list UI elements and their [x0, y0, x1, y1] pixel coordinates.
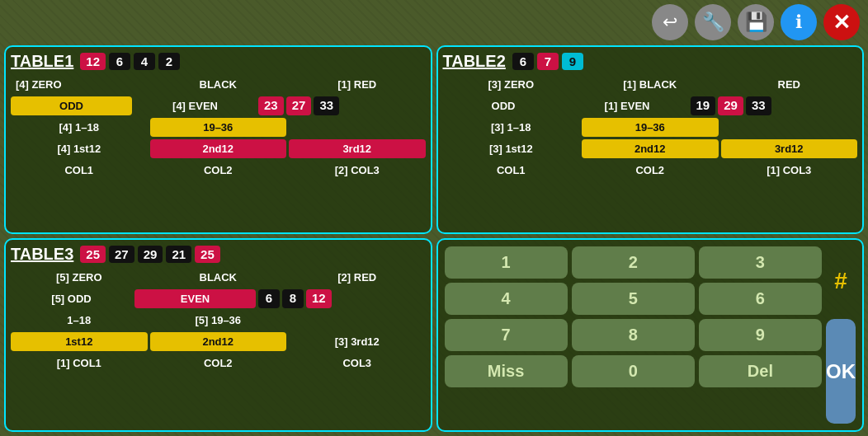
t3-r0-left: [5] ZERO: [11, 268, 148, 287]
t1-r3-right: 3rd12: [289, 139, 426, 158]
toolbar: ↩ 🔧 💾 ℹ ✕: [652, 4, 860, 40]
table3-row-3: 1st12 2nd12 [3] 3rd12: [11, 332, 426, 351]
table3-title: TABLE3: [11, 245, 73, 264]
numpad-8[interactable]: 8: [572, 319, 695, 351]
numpad-0[interactable]: 0: [572, 355, 695, 387]
table1-row-1: ODD [4] EVEN 23 27 33: [11, 96, 426, 115]
numpad-ok[interactable]: OK: [826, 319, 856, 424]
t2-r2-mid: 19–36: [582, 118, 719, 137]
t1-r2-mid: 19–36: [150, 118, 287, 137]
table3-row-2: 1–18 [5] 19–36: [11, 311, 426, 330]
t2-r2-right: [721, 118, 858, 137]
numpad-2[interactable]: 2: [572, 246, 695, 279]
table3-badge-4: 25: [195, 246, 220, 263]
table2-badge-1: 7: [537, 53, 559, 70]
t3-r2-mid: [5] 19–36: [150, 311, 287, 330]
t2-r1-left: ODD: [443, 96, 564, 115]
table2-row-2: [3] 1–18 19–36: [443, 118, 858, 137]
close-button[interactable]: ✕: [823, 4, 860, 40]
t1-r2-left: [4] 1–18: [11, 118, 148, 137]
t3-num-12: 12: [306, 289, 332, 308]
table3-panel: TABLE3 25 27 29 21 25 [5] ZERO BLACK [2]…: [4, 238, 432, 432]
t1-r3-left: [4] 1st12: [11, 139, 148, 158]
t3-r2-left: 1–18: [11, 311, 148, 330]
t3-r0-mid: BLACK: [150, 268, 287, 287]
t2-r3-left: [3] 1st12: [443, 139, 580, 158]
table3-badge-1: 27: [109, 246, 134, 263]
table3-row-1: [5] ODD EVEN 6 8 12: [11, 289, 426, 308]
main-grid: TABLE1 12 6 4 2 [4] ZERO BLACK [1] RED O…: [4, 45, 864, 432]
t1-num-23: 23: [258, 96, 284, 115]
t2-num-19: 19: [691, 96, 716, 115]
back-button[interactable]: ↩: [652, 4, 688, 40]
t3-r3-right: [3] 3rd12: [289, 332, 426, 351]
table1-badge-2: 4: [134, 53, 155, 70]
numpad-1[interactable]: 1: [445, 246, 568, 279]
table1-title: TABLE1: [11, 52, 73, 71]
t1-r0-mid: BLACK: [150, 75, 287, 94]
numpad-9[interactable]: 9: [699, 319, 822, 351]
table2-badge-0: 6: [512, 53, 534, 70]
table2-row-1: ODD [1] EVEN 19 29 33: [443, 96, 858, 115]
t2-r0-mid: [1] BLACK: [582, 75, 719, 94]
t1-r4-right: [2] COL3: [289, 161, 426, 180]
numpad-hash: #: [826, 246, 856, 315]
numpad-3[interactable]: 3: [699, 246, 822, 279]
table2-row-0: [3] ZERO [1] BLACK RED: [443, 75, 858, 94]
table1-badge-0: 12: [80, 53, 106, 70]
table2-row-4: COL1 COL2 [1] COL3: [443, 161, 858, 180]
t2-r4-right: [1] COL3: [721, 161, 858, 180]
t2-r0-left: [3] ZERO: [443, 75, 580, 94]
t3-r3-left: 1st12: [11, 332, 148, 351]
wrench-button[interactable]: 🔧: [695, 4, 731, 40]
t2-r3-right: 3rd12: [721, 139, 858, 158]
t1-r2-right: [289, 118, 426, 137]
table3-row-0: [5] ZERO BLACK [2] RED: [11, 268, 426, 287]
t3-num-8: 8: [282, 289, 304, 308]
t3-r4-left: [1] COL1: [11, 354, 148, 373]
t2-r3-mid: 2nd12: [582, 139, 719, 158]
t3-num-6: 6: [258, 289, 280, 308]
t1-r3-mid: 2nd12: [150, 139, 287, 158]
t3-r4-right: COL3: [289, 354, 426, 373]
table2-title: TABLE2: [443, 52, 506, 71]
t3-r3-mid: 2nd12: [150, 332, 287, 351]
numpad-miss[interactable]: Miss: [445, 355, 568, 387]
numpad-panel: 1 2 3 # 4 5 6 7 8 9 OK Miss 0 Del: [436, 238, 865, 432]
numpad-5[interactable]: 5: [572, 283, 695, 315]
table1-badge-3: 2: [158, 53, 180, 70]
table3-badge-0: 25: [80, 246, 106, 263]
t1-num-33: 33: [314, 96, 339, 115]
t1-r1-left: ODD: [11, 96, 132, 115]
table1-badge-1: 6: [109, 53, 130, 70]
table3-badge-3: 21: [166, 246, 191, 263]
t2-r4-left: COL1: [443, 161, 580, 180]
table3-badge-2: 29: [138, 246, 163, 263]
t2-r4-mid: COL2: [582, 161, 719, 180]
numpad-4[interactable]: 4: [445, 283, 568, 315]
t1-r0-left: [4] ZERO: [11, 75, 148, 94]
t2-num-29: 29: [718, 96, 743, 115]
t1-num-27: 27: [286, 96, 312, 115]
t1-r4-mid: COL2: [150, 161, 287, 180]
table1-row-0: [4] ZERO BLACK [1] RED: [11, 75, 426, 94]
t2-r0-right: RED: [721, 75, 858, 94]
t2-r2-left: [3] 1–18: [443, 118, 580, 137]
t2-num-33: 33: [746, 96, 771, 115]
numpad-6[interactable]: 6: [699, 283, 822, 315]
table1-row-4: COL1 COL2 [2] COL3: [11, 161, 426, 180]
table2-row-3: [3] 1st12 2nd12 3rd12: [443, 139, 858, 158]
t1-r1-mid: [4] EVEN: [134, 96, 256, 115]
table3-header: TABLE3 25 27 29 21 25: [11, 245, 426, 264]
table2-panel: TABLE2 6 7 9 [3] ZERO [1] BLACK RED ODD …: [436, 45, 865, 234]
info-button[interactable]: ℹ: [781, 4, 817, 40]
table3-row-4: [1] COL1 COL2 COL3: [11, 354, 426, 373]
table1-row-3: [4] 1st12 2nd12 3rd12: [11, 139, 426, 158]
t3-r1-left: [5] ODD: [11, 289, 132, 308]
t3-r0-right: [2] RED: [289, 268, 426, 287]
save-button[interactable]: 💾: [738, 4, 774, 40]
numpad-7[interactable]: 7: [445, 319, 568, 351]
numpad-del[interactable]: Del: [699, 355, 822, 387]
t3-r2-right: [289, 311, 426, 330]
t1-r0-right: [1] RED: [289, 75, 426, 94]
